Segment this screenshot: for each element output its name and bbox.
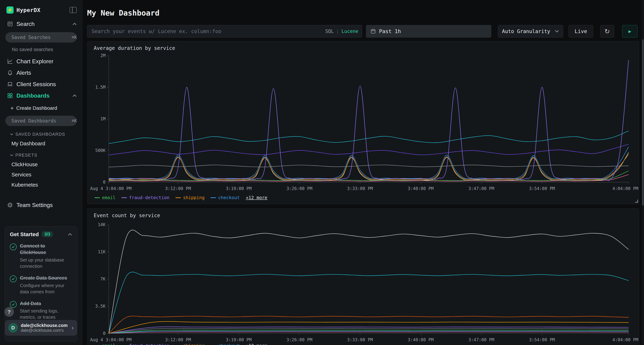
legend-swatch: [210, 197, 216, 198]
y-tick-label: 2M: [100, 53, 106, 58]
legend-label: checkout: [218, 195, 240, 200]
sidebar-item-alerts[interactable]: Alerts: [0, 67, 82, 78]
x-tick-label: 3:40:00 PM: [408, 186, 434, 191]
sidebar-section-search[interactable]: Search: [0, 18, 82, 30]
x-tick-label: 3:12:00 PM: [165, 337, 191, 342]
legend-more-link[interactable]: +12 more: [246, 195, 267, 200]
chart-title[interactable]: Event count by service: [94, 213, 160, 218]
legend-more-link[interactable]: +12 more: [246, 343, 267, 345]
x-tick-label: 3:19:00 PM: [226, 186, 252, 191]
chevron-down-icon: [555, 30, 559, 32]
x-tick-label: Aug 4 3:04:00 PM: [90, 186, 132, 191]
run-query-button[interactable]: ▶: [622, 25, 638, 37]
series-line-unlabeled-3: [109, 322, 628, 333]
legend-label: checkout: [218, 343, 240, 345]
series-line-unlabeled-4: [109, 131, 628, 144]
y-tick-label: 0: [103, 331, 106, 336]
legend-item-fraud-detection[interactable]: fraud-detection: [122, 343, 170, 345]
laptop-icon: [7, 81, 13, 87]
check-circle-icon: [10, 276, 17, 282]
kbd-shortcut: ⌘K: [72, 35, 77, 40]
y-tick-label: 3.5K: [95, 304, 106, 309]
chart-panel-avg-duration: Average duration by service 0500K1M1.5M2…: [87, 41, 639, 204]
saved-dashboards-input[interactable]: [12, 118, 72, 123]
x-tick-label: 3:47:00 PM: [468, 186, 494, 191]
series-line-unlabeled-1: [109, 332, 628, 333]
event-search-bar: SQL | Lucene: [87, 25, 362, 37]
get-started-step[interactable]: Create Data Sources Configure where your…: [10, 275, 72, 295]
presets-header[interactable]: PRESETS: [0, 149, 82, 159]
sidebar-collapse-icon[interactable]: [70, 7, 77, 13]
sql-toggle[interactable]: SQL: [325, 28, 334, 34]
saved-dashboards-header[interactable]: SAVED DASHBOARDS: [0, 128, 82, 139]
legend-swatch: [122, 197, 127, 198]
legend-label: fraud-detection: [129, 343, 170, 345]
saved-dashboards-search[interactable]: ⌘K: [5, 116, 77, 126]
series-line-unlabeled-5: [109, 230, 628, 333]
step-desc: Set up your database connection: [20, 257, 72, 269]
x-tick-label: 3:54:00 PM: [529, 337, 555, 342]
sidebar-item-label: Client Sessions: [16, 81, 56, 88]
chart-canvas-host[interactable]: 0500K1M1.5M2MAug 4 3:04:00 PM3:12:00 PM3…: [87, 52, 639, 194]
live-button[interactable]: Live: [568, 25, 593, 37]
sidebar-item-team-settings[interactable]: Team Settings: [0, 199, 82, 211]
chart-canvas-host[interactable]: 03.5K7K11K14KAug 4 3:04:00 PM3:12:00 PM3…: [87, 219, 639, 345]
refresh-button[interactable]: ↻: [600, 25, 614, 37]
time-range-picker[interactable]: Past 1h: [366, 25, 491, 37]
legend-item-checkout[interactable]: checkout: [210, 195, 240, 200]
get-started-step[interactable]: Add Data Start sending logs, metrics, or…: [10, 300, 72, 321]
legend-label: shipping: [183, 343, 204, 345]
section-header-label: PRESETS: [16, 153, 38, 158]
x-tick-label: 3:40:00 PM: [408, 337, 434, 342]
brand-name: HyperDX: [16, 7, 40, 13]
no-saved-searches-text: No saved searches: [0, 44, 82, 56]
get-started-step[interactable]: Connect to ClickHouse Set up your databa…: [10, 243, 72, 269]
panel-resize-handle[interactable]: [635, 200, 638, 203]
x-tick-label: 3:12:00 PM: [165, 186, 191, 191]
dashboard-link-my-dashboard[interactable]: My Dashboard: [0, 139, 82, 149]
bolt-icon: ⚡: [7, 7, 13, 13]
legend-item-fraud-detection[interactable]: fraud-detection: [122, 195, 170, 200]
search-section-label: Search: [16, 21, 34, 27]
chevron-up-icon[interactable]: [68, 233, 72, 236]
sidebar-item-chart-explorer[interactable]: Chart Explorer: [0, 56, 82, 67]
chart-title[interactable]: Average duration by service: [94, 45, 175, 51]
sidebar-item-client-sessions[interactable]: Client Sessions: [0, 78, 82, 90]
sidebar-item-label: Alerts: [16, 69, 31, 76]
saved-searches-search[interactable]: ⌘K: [5, 32, 77, 42]
question-icon: ?: [8, 309, 11, 315]
y-tick-label: 14K: [98, 222, 106, 227]
series-line-checkout: [109, 147, 628, 179]
time-range-value: Past 1h: [379, 28, 401, 34]
legend-item-email[interactable]: email: [94, 195, 116, 200]
dashboards-grid-icon: [7, 93, 13, 99]
section-header-label: SAVED DASHBOARDS: [16, 132, 65, 137]
y-tick-label: 500K: [95, 148, 106, 153]
create-dashboard-label: Create Dashboard: [16, 105, 57, 111]
lucene-toggle[interactable]: Lucene: [342, 28, 358, 34]
step-title: Create Data Sources: [20, 275, 72, 281]
event-search-input[interactable]: [92, 28, 325, 34]
user-menu[interactable]: D dale@clickhouse.com dale@clickhouse.co…: [5, 320, 77, 336]
plus-icon: +: [10, 105, 14, 111]
user-email: dale@clickhouse.com: [21, 323, 72, 328]
legend-item-checkout[interactable]: checkout: [210, 343, 240, 345]
preset-link-services[interactable]: Services: [0, 170, 82, 180]
preset-link-clickhouse[interactable]: ClickHouse: [0, 159, 82, 170]
create-dashboard-button[interactable]: + Create Dashboard: [0, 103, 82, 113]
saved-searches-input[interactable]: [12, 35, 72, 40]
page-scrollbar[interactable]: [642, 0, 644, 345]
legend-item-email[interactable]: email: [94, 343, 116, 345]
legend-item-shipping[interactable]: shipping: [176, 343, 204, 345]
sidebar-item-dashboards[interactable]: Dashboards: [0, 90, 82, 101]
scrollbar-thumb[interactable]: [642, 39, 644, 206]
preset-link-kubernetes[interactable]: Kubernetes: [0, 180, 82, 190]
user-org: dale@clickhouse.com's: [21, 328, 72, 333]
series-line-email: [109, 330, 628, 333]
granularity-select[interactable]: Auto Granularity: [498, 25, 563, 37]
legend-item-shipping[interactable]: shipping: [176, 195, 204, 200]
help-button[interactable]: ?: [4, 307, 14, 317]
x-tick-label: 3:19:00 PM: [226, 337, 252, 342]
brand-row: ⚡ HyperDX: [0, 0, 82, 18]
series-line-unlabeled-3: [109, 144, 628, 155]
